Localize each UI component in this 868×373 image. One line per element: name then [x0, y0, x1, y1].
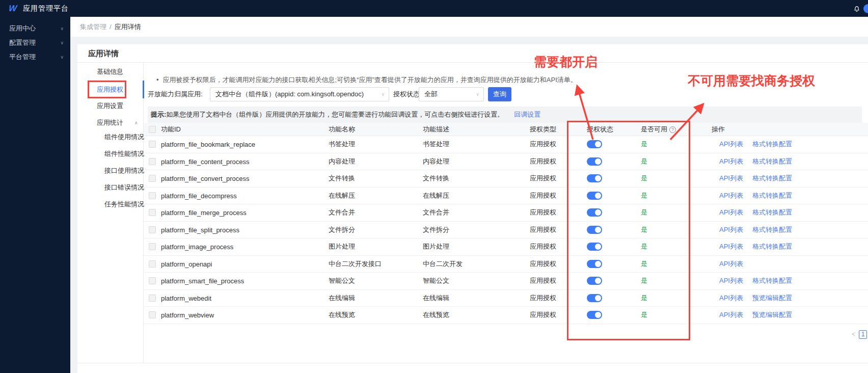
cell-function-id: platform_file_merge_process — [161, 209, 247, 217]
cell-actions: API列表 格式转换配置 — [719, 242, 792, 251]
row-checkbox[interactable] — [149, 158, 156, 165]
config-link[interactable]: 格式转换配置 — [752, 208, 792, 217]
api-list-link[interactable]: API列表 — [719, 310, 743, 319]
toggle-knob — [595, 141, 601, 147]
api-list-link[interactable]: API列表 — [719, 294, 743, 303]
api-list-link[interactable]: API列表 — [719, 191, 743, 200]
breadcrumb-parent[interactable]: 集成管理 — [80, 22, 106, 32]
cell-function-name: 在线预览 — [329, 310, 355, 319]
chevron-down-icon: ∨ — [476, 88, 479, 101]
status-filter-label: 授权状态: — [393, 87, 422, 101]
api-list-link[interactable]: API列表 — [719, 208, 743, 217]
cell-function-desc: 在线编辑 — [423, 294, 449, 303]
row-checkbox[interactable] — [149, 226, 156, 233]
row-checkbox[interactable] — [149, 175, 156, 182]
cell-auth-type: 应用授权 — [530, 225, 556, 234]
api-list-link[interactable]: API列表 — [719, 276, 743, 285]
cell-function-id: platform_webedit — [161, 294, 211, 302]
auth-status-toggle[interactable] — [587, 140, 602, 148]
app-filter-label: 开放能力归属应用: — [148, 87, 203, 101]
auth-status-toggle[interactable] — [587, 192, 602, 200]
api-list-link[interactable]: API列表 — [719, 225, 743, 234]
page-1-button[interactable]: 1 — [859, 330, 867, 339]
config-link[interactable]: 格式转换配置 — [752, 191, 792, 200]
cell-available: 是 — [641, 294, 647, 303]
auth-status-toggle[interactable] — [587, 243, 602, 251]
table-row: platform_openapi 中台二次开发接口 中台二次开发 应用授权 是 … — [144, 256, 868, 273]
toggle-knob — [595, 278, 601, 284]
toggle-knob — [595, 312, 601, 318]
table-row: platform_smart_file_process 智能公文 智能公文 应用… — [144, 273, 868, 290]
cell-auth-type: 应用授权 — [530, 140, 556, 149]
auth-status-toggle[interactable] — [587, 311, 602, 319]
cell-function-name: 图片处理 — [329, 242, 355, 251]
auth-status-toggle[interactable] — [587, 157, 602, 166]
breadcrumb-current: 应用详情 — [115, 22, 141, 32]
header-available: 是否可用? — [641, 123, 676, 136]
api-list-link[interactable]: API列表 — [719, 259, 743, 269]
app-select[interactable]: 文档中台（组件版）(appid: com.kingsoft.opendoc) ∨ — [210, 87, 389, 101]
subnav-item-app-stats[interactable]: 应用统计 ∧ — [97, 118, 123, 128]
config-link[interactable]: 格式转换配置 — [752, 174, 792, 183]
cell-auth-type: 应用授权 — [530, 310, 556, 319]
subnav-item-stats-child-1[interactable]: 组件性能情况 — [104, 149, 144, 159]
tip-prefix: 提示: — [151, 111, 166, 118]
config-link[interactable]: 格式转换配置 — [752, 242, 792, 251]
sidebar-item-0[interactable]: 应用中心 ∨ — [0, 21, 70, 36]
subnav-item-stats-child-2[interactable]: 接口使用情况 — [104, 166, 144, 176]
detail-subnav: 基础信息 应用授权 应用设置 应用统计 ∧ 组件使用情况 组件性能情况 接口使用… — [77, 63, 144, 363]
auth-status-toggle[interactable] — [587, 260, 602, 268]
cell-available: 是 — [641, 242, 647, 251]
row-checkbox[interactable] — [149, 260, 156, 268]
row-checkbox[interactable] — [149, 243, 156, 250]
auth-status-toggle[interactable] — [587, 208, 602, 217]
config-link[interactable]: 格式转换配置 — [752, 225, 792, 234]
cell-function-name: 中台二次开发接口 — [329, 259, 382, 269]
auth-status-toggle[interactable] — [587, 226, 602, 234]
config-link[interactable]: 预览编辑配置 — [752, 310, 792, 319]
subnav-item-app-settings[interactable]: 应用设置 — [97, 101, 123, 111]
config-link[interactable]: 格式转换配置 — [752, 276, 792, 285]
cell-function-id: platform_smart_file_process — [161, 277, 244, 285]
row-checkbox[interactable] — [149, 141, 156, 148]
sidebar-item-label: 配置管理 — [9, 38, 36, 47]
config-link[interactable]: 预览编辑配置 — [752, 294, 792, 303]
tip-text: 如果您使用了文档中台（组件版）应用提供的开放能力，您可能需要进行功能回调设置，可… — [166, 111, 504, 118]
row-checkbox[interactable] — [149, 192, 156, 199]
page-title: 应用详情 — [77, 44, 868, 62]
prev-page-icon[interactable]: < — [852, 331, 855, 338]
api-list-link[interactable]: API列表 — [719, 242, 743, 251]
callback-settings-link[interactable]: 回调设置 — [514, 111, 540, 118]
subnav-item-stats-child-4[interactable]: 任务性能情况 — [104, 199, 144, 209]
auth-status-toggle[interactable] — [587, 174, 602, 182]
chevron-down-icon: ∨ — [60, 26, 64, 31]
auth-status-toggle[interactable] — [587, 277, 602, 285]
subnav-item-stats-child-3[interactable]: 接口错误情况 — [104, 182, 144, 193]
chevron-down-icon: ∨ — [60, 55, 64, 60]
cell-available: 是 — [641, 191, 647, 200]
subnav-item-basic-info[interactable]: 基础信息 — [97, 67, 123, 77]
select-all-checkbox[interactable] — [149, 126, 156, 133]
cell-actions: API列表 — [719, 259, 743, 269]
api-list-link[interactable]: API列表 — [719, 174, 743, 183]
api-list-link[interactable]: API列表 — [719, 140, 743, 149]
subnav-item-stats-child-0[interactable]: 组件使用情况 — [104, 132, 144, 142]
auth-status-toggle[interactable] — [587, 294, 602, 302]
sidebar-item-label: 应用中心 — [9, 24, 36, 33]
status-select[interactable]: 全部 ∨ — [419, 87, 484, 101]
search-button[interactable]: 查询 — [488, 87, 511, 101]
sidebar-item-2[interactable]: 平台管理 ∨ — [0, 50, 70, 64]
help-icon[interactable]: ? — [669, 126, 676, 133]
row-checkbox[interactable] — [149, 277, 156, 284]
breadcrumb: 集成管理 / 应用详情 — [70, 17, 868, 37]
cell-function-desc: 书签处理 — [423, 140, 449, 149]
row-checkbox[interactable] — [149, 209, 156, 216]
config-link[interactable]: 格式转换配置 — [752, 157, 792, 166]
row-checkbox[interactable] — [149, 295, 156, 302]
bell-icon[interactable] — [853, 5, 861, 13]
sidebar-item-1[interactable]: 配置管理 ∨ — [0, 36, 70, 50]
config-link[interactable]: 格式转换配置 — [752, 140, 792, 149]
api-list-link[interactable]: API列表 — [719, 157, 743, 166]
pagination: < 1 — [852, 330, 867, 339]
row-checkbox[interactable] — [149, 311, 156, 318]
